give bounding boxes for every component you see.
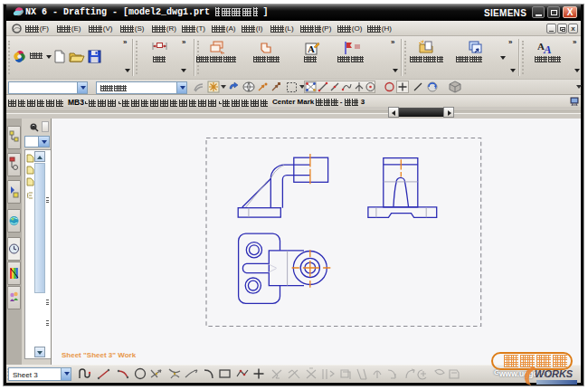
svg-text:A: A — [308, 43, 315, 54]
svg-text:A: A — [543, 43, 552, 55]
